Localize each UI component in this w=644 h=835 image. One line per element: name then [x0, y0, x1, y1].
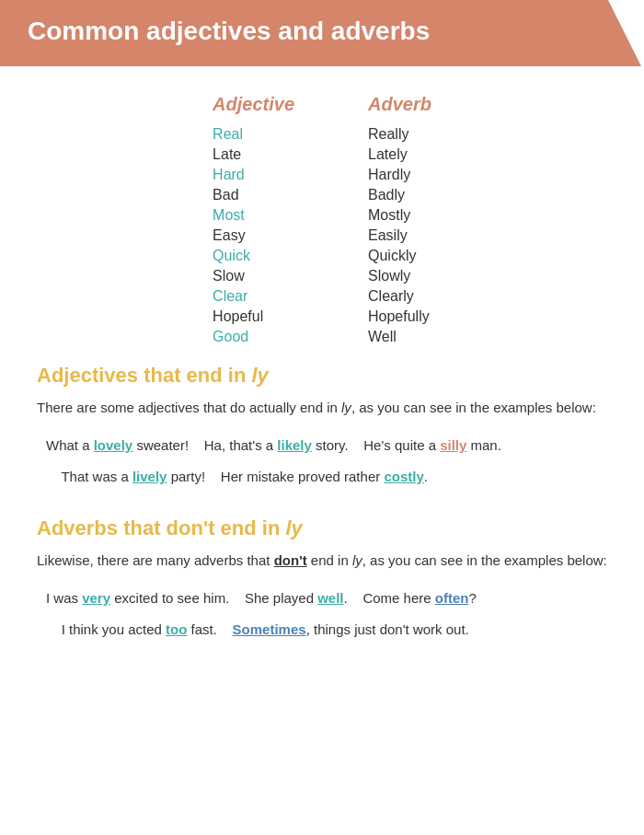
highlight-lovely: lovely	[94, 437, 133, 453]
list-item: Clear	[213, 288, 294, 305]
highlight-sometimes: Sometimes	[233, 621, 306, 637]
list-item: Mostly	[368, 207, 431, 224]
section1-examples: What a lovely sweater! Ha, that's a like…	[46, 432, 607, 491]
example-line: I think you acted too fast. Sometimes, t…	[46, 616, 607, 644]
list-item: Most	[213, 207, 294, 224]
section1-heading: Adjectives that end in ly	[37, 364, 607, 388]
list-item: Slowly	[368, 268, 431, 284]
list-item: Quickly	[368, 248, 431, 264]
list-item: Slow	[213, 268, 294, 284]
list-item: Lately	[368, 146, 431, 163]
highlight-lively: lively	[132, 469, 167, 484]
highlight-likely: likely	[277, 437, 312, 453]
word-table: Adjective Real Late Hard Bad Most Easy Q…	[37, 94, 607, 345]
list-item: Really	[368, 126, 431, 143]
page-title: Common adjectives and adverbs	[28, 17, 616, 46]
list-item: Hopefully	[368, 308, 431, 325]
list-item: Clearly	[368, 288, 431, 305]
adverb-column: Adverb Really Lately Hardly Badly Mostly…	[368, 94, 431, 345]
section1-body: There are some adjectives that do actual…	[37, 397, 607, 419]
highlight-silly: silly	[440, 437, 466, 453]
section2-heading: Adverbs that don't end in ly	[37, 516, 607, 540]
highlight-too: too	[166, 621, 187, 637]
list-item: Hopeful	[213, 308, 294, 325]
list-item: Easy	[213, 227, 294, 244]
example-line: What a lovely sweater! Ha, that's a like…	[46, 432, 607, 459]
section2-examples: I was very excited to see him. She playe…	[46, 585, 607, 644]
header-banner: Common adjectives and adverbs	[0, 0, 644, 66]
highlight-well: well	[317, 590, 343, 606]
example-line: I was very excited to see him. She playe…	[46, 585, 607, 612]
adjective-column-header: Adjective	[213, 94, 294, 115]
highlight-costly: costly	[384, 469, 423, 484]
example-line: That was a lively party! Her mistake pro…	[46, 463, 607, 491]
list-item: Hard	[213, 167, 294, 183]
list-item: Late	[213, 146, 294, 163]
adverb-column-header: Adverb	[368, 94, 431, 115]
main-content: Adjective Real Late Hard Bad Most Easy Q…	[0, 75, 644, 675]
list-item: Quick	[213, 248, 294, 264]
section2-body: Likewise, there are many adverbs that do…	[37, 550, 607, 572]
adjective-column: Adjective Real Late Hard Bad Most Easy Q…	[213, 94, 294, 345]
list-item: Real	[213, 126, 294, 143]
list-item: Bad	[213, 187, 294, 203]
list-item: Well	[368, 329, 431, 345]
list-item: Hardly	[368, 167, 431, 183]
list-item: Badly	[368, 187, 431, 203]
list-item: Good	[213, 329, 294, 345]
highlight-often: often	[435, 590, 469, 606]
list-item: Easily	[368, 227, 431, 244]
emphasis-dont: don't	[274, 552, 307, 568]
highlight-very: very	[82, 590, 110, 606]
